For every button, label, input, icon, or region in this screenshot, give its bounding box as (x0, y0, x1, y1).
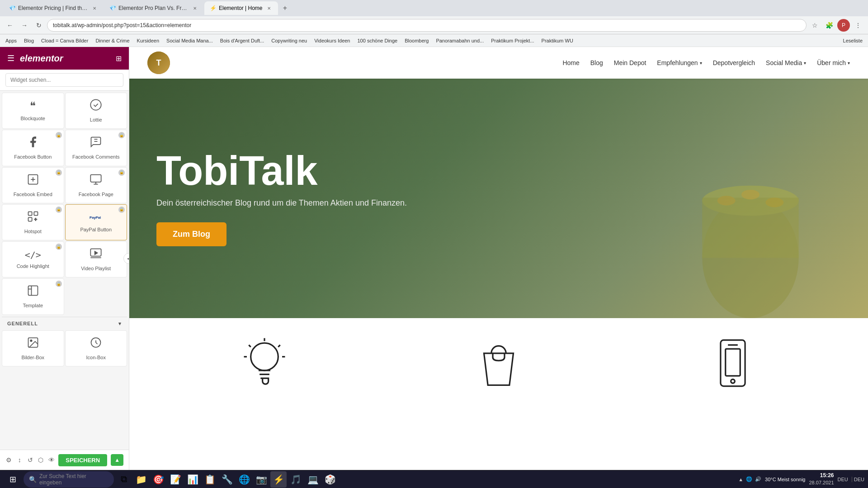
windows-taskbar: ⊞ 🔍 Zur Suche Text hier eingeben ⧉ 📁 🎯 📝… (0, 470, 868, 488)
bookmark-apps[interactable]: Apps (4, 37, 19, 44)
bookmark-button[interactable]: ☆ (808, 19, 821, 32)
tab-3[interactable]: ⚡ Elementor | Home ✕ (204, 1, 278, 15)
bookmark-bois[interactable]: Bois d'Argent Duft... (218, 37, 266, 44)
footer-preview-icon[interactable]: 👁 (48, 454, 55, 466)
start-button[interactable]: ⊞ (4, 472, 22, 487)
taskbar-file-explorer[interactable]: 📁 (133, 471, 149, 488)
footer-undo-icon[interactable]: ↺ (27, 454, 33, 466)
bookmark-panorama[interactable]: Panoramabahn und... (434, 37, 486, 44)
save-button[interactable]: SPEICHERN (58, 454, 107, 466)
bookmark-praktikum1[interactable]: Praktikum Projekt... (489, 37, 536, 44)
bookmark-copy[interactable]: Copywriting neu (269, 37, 309, 44)
taskbar-camera[interactable]: 📷 (253, 471, 269, 488)
taskbar-search[interactable]: 🔍 Zur Suche Text hier eingeben (24, 471, 114, 488)
facebook-button-label: Facebook Button (14, 154, 52, 160)
taskbar-chrome[interactable]: ⚡ (270, 471, 287, 488)
nav-social-media[interactable]: Social Media ▾ (766, 59, 806, 66)
bookmark-social[interactable]: Social Media Mana... (165, 37, 215, 44)
forward-button[interactable]: → (18, 19, 31, 32)
extensions-button[interactable]: 🧩 (823, 19, 835, 32)
nav-depot[interactable]: Mein Depot (614, 59, 646, 66)
video-playlist-icon (90, 247, 102, 263)
taskbar-network-icon[interactable]: 🌐 (746, 476, 752, 482)
blockquote-label: Blockquote (21, 115, 45, 122)
bookmark-kursideen[interactable]: Kursideen (135, 37, 161, 44)
tab-2[interactable]: 💎 Elementor Pro Plan Vs. Free Plan... ✕ (104, 1, 203, 15)
taskbar-spotify[interactable]: 🎵 (288, 471, 304, 488)
nav-ueber-mich[interactable]: Über mich ▾ (817, 59, 850, 66)
footer-responsive-icon[interactable]: ↕ (16, 454, 23, 466)
svg-line-21 (278, 345, 280, 347)
facebook-embed-label: Facebook Embed (14, 191, 52, 197)
widget-video-playlist[interactable]: Video Playlist (65, 241, 127, 277)
taskbar-excel[interactable]: 📊 (184, 471, 201, 488)
widget-icon-box[interactable]: Icon-Box (65, 330, 127, 366)
nav-empfehlungen[interactable]: Empfehlungen ▾ (657, 59, 702, 66)
back-button[interactable]: ← (4, 19, 16, 32)
nav-home[interactable]: Home (562, 59, 579, 66)
tab-3-close[interactable]: ✕ (265, 5, 273, 12)
bookmark-blog[interactable]: Blog (22, 37, 36, 44)
widget-facebook-embed[interactable]: 🔒 Facebook Embed (2, 167, 64, 203)
nav-blog[interactable]: Blog (590, 59, 603, 66)
svg-point-26 (731, 379, 735, 383)
bookmark-100[interactable]: 100 schöne Dinge (356, 37, 400, 44)
taskbar-task-view[interactable]: ⧉ (116, 471, 132, 488)
bookmark-praktikum2[interactable]: Praktikum WU (540, 37, 575, 44)
widget-hotspot[interactable]: 🔒 Hotspot (2, 204, 64, 240)
bookmark-video[interactable]: Videokurs Ideen (312, 37, 352, 44)
widget-blockquote[interactable]: ❝ Blockquote (2, 93, 64, 129)
new-tab-button[interactable]: + (279, 2, 292, 14)
taskbar-powerpoint[interactable]: 📋 (202, 471, 218, 488)
widget-lottie[interactable]: Lottie (65, 93, 127, 129)
leselist-button[interactable]: Leseliste (841, 37, 864, 44)
taskbar-sound-icon[interactable]: 🔊 (755, 476, 761, 482)
hamburger-icon[interactable]: ☰ (7, 53, 14, 63)
widget-paypal-button[interactable]: 🔒 PayPal PayPal Button (65, 204, 127, 240)
lightbulb-icon (237, 336, 292, 395)
widget-grid: ❝ Blockquote Lottie 🔒 Facebook Bu (2, 93, 127, 315)
grid-view-icon[interactable]: ⊞ (116, 54, 122, 63)
address-bar[interactable]: tobitalk.at/wp-admin/post.php?post=15&ac… (47, 19, 807, 32)
taskbar-app-1[interactable]: 🎯 (150, 471, 166, 488)
taskbar-up-arrow[interactable]: ▲ (738, 477, 743, 482)
footer-settings-icon[interactable]: ⚙ (5, 454, 12, 466)
feature-lightbulb (237, 336, 292, 395)
hero-cta-button[interactable]: Zum Blog (156, 222, 226, 246)
taskbar-right: ▲ 🌐 🔊 30°C Meist sonnig 15:26 28.07.2021… (738, 472, 864, 486)
taskbar-clock[interactable]: 15:26 28.07.2021 (809, 472, 834, 486)
bookmark-bloomberg[interactable]: Bloomberg (403, 37, 430, 44)
widget-facebook-button[interactable]: 🔒 Facebook Button (2, 130, 64, 166)
taskbar-show-desktop[interactable]: DEU (852, 477, 864, 482)
tab-2-favicon: 💎 (109, 5, 116, 11)
tab-1[interactable]: 💎 Elementor Pricing | Find the Rig... ✕ (4, 1, 103, 15)
taskbar-app-2[interactable]: 🔧 (219, 471, 235, 488)
widget-bilder-box[interactable]: Bilder-Box (2, 330, 64, 366)
tab-2-close[interactable]: ✕ (192, 5, 198, 12)
taskbar-app-5[interactable]: 🎲 (322, 471, 338, 488)
nav-depotvergleich[interactable]: Depotvergleich (713, 59, 755, 66)
settings-button[interactable]: ⋮ (852, 19, 864, 32)
bookmark-dinner[interactable]: Dinner & Crime (94, 37, 131, 44)
elementor-logo-text: elementor (20, 53, 110, 64)
bookmark-canva[interactable]: Cload = Canva Bilder (39, 37, 90, 44)
taskbar-app-4[interactable]: 💻 (305, 471, 321, 488)
taskbar-app-3[interactable]: 🌐 (236, 471, 252, 488)
template-label: Template (23, 302, 43, 309)
taskbar-word[interactable]: 📝 (167, 471, 184, 488)
section-generell-header[interactable]: GENERELL ▾ (2, 317, 127, 330)
widget-facebook-comments[interactable]: 🔒 Facebook Comments (65, 130, 127, 166)
reload-button[interactable]: ↻ (33, 19, 45, 32)
profile-button[interactable]: P (837, 19, 850, 32)
widget-search-input[interactable] (5, 73, 123, 87)
facebook-embed-pro-badge: 🔒 (56, 169, 62, 176)
svg-rect-8 (28, 286, 38, 296)
widget-code-highlight[interactable]: 🔒 </> Code Highlight (2, 241, 64, 277)
widget-facebook-page[interactable]: 🔒 Facebook Page (65, 167, 127, 203)
widgets-container: ❝ Blockquote Lottie 🔒 Facebook Bu (0, 91, 129, 450)
save-dropdown-button[interactable]: ▲ (111, 454, 123, 466)
footer-revisions-icon[interactable]: ⬡ (37, 454, 44, 466)
widget-template[interactable]: 🔒 Template (2, 278, 64, 314)
tab-1-close[interactable]: ✕ (91, 5, 98, 12)
svg-point-18 (251, 343, 278, 371)
